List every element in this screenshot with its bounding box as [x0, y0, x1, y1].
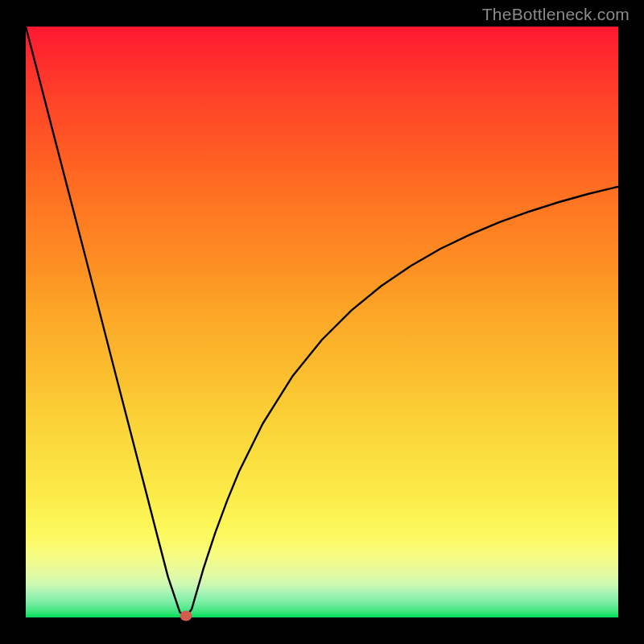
bottleneck-curve: [26, 27, 618, 617]
chart-frame: TheBottleneck.com: [0, 0, 644, 644]
operating-point-marker: [180, 610, 192, 621]
plot-area: [26, 27, 618, 617]
watermark-text: TheBottleneck.com: [482, 5, 630, 24]
